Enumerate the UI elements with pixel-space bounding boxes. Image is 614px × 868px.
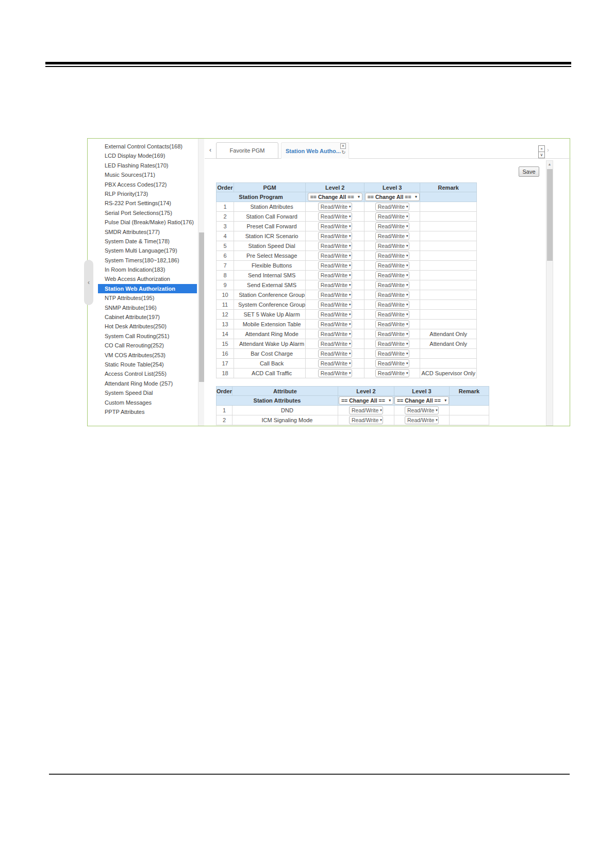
sidebar-item[interactable]: Music Sources(171) bbox=[98, 170, 197, 179]
level2-dropdown[interactable]: Read/Write▾ bbox=[318, 320, 352, 328]
level3-dropdown[interactable]: Read/Write▾ bbox=[375, 222, 409, 230]
sidebar-item[interactable]: LCD Display Mode(169) bbox=[98, 151, 197, 160]
admin-web-panel: External Control Contacts(168)LCD Displa… bbox=[87, 138, 570, 426]
close-tab-icon[interactable]: × bbox=[340, 143, 346, 149]
dropdown-arrow-icon: ▾ bbox=[380, 408, 382, 412]
sidebar-scrollbar-thumb[interactable] bbox=[199, 232, 204, 382]
level2-dropdown[interactable]: Read/Write▾ bbox=[318, 212, 352, 221]
sidebar-item[interactable]: System Speed Dial bbox=[98, 388, 197, 397]
change-all-level3-dropdown[interactable]: == Change All ==▾ bbox=[365, 193, 420, 201]
sidebar-item[interactable]: In Room Indication(183) bbox=[98, 265, 197, 274]
sidebar-item[interactable]: Pulse Dial (Break/Make) Ratio(176) bbox=[98, 218, 197, 227]
level3-dropdown[interactable]: Read/Write▾ bbox=[375, 340, 409, 348]
top-rule bbox=[45, 62, 571, 64]
level3-dropdown[interactable]: Read/Write▾ bbox=[375, 301, 409, 309]
sidebar-item[interactable]: Web Access Authorization bbox=[98, 274, 197, 283]
sidebar-item[interactable]: PBX Access Codes(172) bbox=[98, 180, 197, 189]
level3-dropdown[interactable]: Read/Write▾ bbox=[375, 242, 409, 250]
column-header: Level 2 bbox=[338, 387, 394, 396]
level2-dropdown[interactable]: Read/Write▾ bbox=[318, 252, 352, 260]
table-row: 1Station AttributesRead/Write▾Read/Write… bbox=[217, 202, 477, 212]
level3-dropdown[interactable]: Read/Write▾ bbox=[375, 261, 409, 270]
sidebar-collapse-handle[interactable]: ‹ bbox=[84, 260, 93, 305]
sidebar-item[interactable]: RS-232 Port Settings(174) bbox=[98, 198, 197, 208]
level3-dropdown[interactable]: Read/Write▾ bbox=[375, 212, 409, 221]
level3-dropdown[interactable]: Read/Write▾ bbox=[375, 203, 409, 211]
sidebar-item[interactable]: External Control Contacts(168) bbox=[98, 142, 197, 151]
sidebar-item[interactable]: PPTP Attributes bbox=[98, 407, 197, 416]
level3-dropdown[interactable]: Read/Write▾ bbox=[375, 291, 409, 299]
sidebar-item[interactable]: SNMP Attribute(196) bbox=[98, 303, 197, 312]
level3-dropdown[interactable]: Read/Write▾ bbox=[375, 271, 409, 279]
sidebar-item[interactable]: Attendant Ring Mode (257) bbox=[98, 379, 197, 388]
sidebar-item[interactable]: System Multi Language(179) bbox=[98, 246, 197, 255]
sidebar-item[interactable]: Access Control List(255) bbox=[98, 369, 197, 378]
level3-dropdown[interactable]: Read/Write▾ bbox=[375, 232, 409, 240]
level2-dropdown[interactable]: Read/Write▾ bbox=[318, 349, 352, 358]
sidebar-item[interactable]: System Call Routing(251) bbox=[98, 331, 197, 341]
level3-dropdown[interactable]: Read/Write▾ bbox=[405, 406, 439, 414]
remark-cell bbox=[420, 251, 477, 261]
sidebar-item[interactable]: VM COS Attributes(253) bbox=[98, 350, 197, 360]
level2-dropdown[interactable]: Read/Write▾ bbox=[349, 416, 383, 424]
level3-dropdown[interactable]: Read/Write▾ bbox=[375, 330, 409, 338]
panel-collapse-icon[interactable]: ∨ bbox=[538, 152, 545, 158]
remark-cell bbox=[420, 310, 477, 320]
remark-cell bbox=[420, 349, 477, 359]
level2-dropdown[interactable]: Read/Write▾ bbox=[318, 369, 352, 377]
level2-dropdown[interactable]: Read/Write▾ bbox=[318, 261, 352, 270]
level2-dropdown[interactable]: Read/Write▾ bbox=[318, 271, 352, 279]
level2-dropdown[interactable]: Read/Write▾ bbox=[318, 330, 352, 338]
tab-favorite-pgm[interactable]: Favorite PGM bbox=[216, 142, 278, 159]
sidebar-item[interactable]: System Date & Time(178) bbox=[98, 237, 197, 246]
scroll-up-icon[interactable]: ▲ bbox=[546, 161, 553, 168]
sidebar-item[interactable]: CO Call Rerouting(252) bbox=[98, 341, 197, 350]
level3-dropdown[interactable]: Read/Write▾ bbox=[375, 281, 409, 289]
level3-dropdown[interactable]: Read/Write▾ bbox=[375, 349, 409, 358]
sidebar-item[interactable]: Custom Messages bbox=[98, 398, 197, 407]
level2-dropdown[interactable]: Read/Write▾ bbox=[318, 242, 352, 250]
refresh-icon[interactable]: ↻ bbox=[340, 149, 347, 156]
tab-scroll-right-icon[interactable]: › bbox=[547, 147, 549, 153]
level2-dropdown[interactable]: Read/Write▾ bbox=[318, 281, 352, 289]
level3-dropdown[interactable]: Read/Write▾ bbox=[375, 310, 409, 319]
sidebar-item[interactable]: Station Web Authorization bbox=[98, 284, 197, 293]
level3-dropdown[interactable]: Read/Write▾ bbox=[405, 416, 439, 424]
level3-dropdown[interactable]: Read/Write▾ bbox=[375, 369, 409, 377]
sidebar-item[interactable]: Static Route Table(254) bbox=[98, 360, 197, 369]
chevron-left-icon: ‹ bbox=[88, 279, 90, 286]
sidebar-item[interactable]: RLP Priority(173) bbox=[98, 189, 197, 198]
sidebar-item[interactable]: Serial Port Selections(175) bbox=[98, 208, 197, 218]
level3-dropdown[interactable]: Read/Write▾ bbox=[375, 320, 409, 328]
level2-dropdown[interactable]: Read/Write▾ bbox=[318, 301, 352, 309]
change-all-level2-dropdown[interactable]: == Change All ==▾ bbox=[308, 193, 362, 201]
tab-scroll-left-icon[interactable]: ‹ bbox=[209, 147, 211, 153]
level2-dropdown[interactable]: Read/Write▾ bbox=[318, 222, 352, 230]
dropdown-arrow-icon: ▾ bbox=[406, 342, 408, 346]
sidebar: External Control Contacts(168)LCD Displa… bbox=[88, 139, 204, 426]
change-all-level3-dropdown[interactable]: == Change All ==▾ bbox=[394, 396, 449, 405]
sidebar-item[interactable]: SMDR Attributes(177) bbox=[98, 227, 197, 237]
dropdown-arrow-icon: ▾ bbox=[349, 361, 351, 365]
level2-dropdown[interactable]: Read/Write▾ bbox=[318, 340, 352, 348]
sidebar-item[interactable]: System Timers(180~182,186) bbox=[98, 256, 197, 265]
sidebar-scrollbar[interactable] bbox=[198, 139, 204, 426]
sidebar-item[interactable]: NTP Attributes(195) bbox=[98, 293, 197, 303]
content-scrollbar-thumb[interactable] bbox=[547, 169, 553, 261]
dropdown-arrow-icon: ▾ bbox=[349, 312, 351, 316]
level2-dropdown[interactable]: Read/Write▾ bbox=[318, 232, 352, 240]
level3-dropdown[interactable]: Read/Write▾ bbox=[375, 252, 409, 260]
level2-dropdown[interactable]: Read/Write▾ bbox=[318, 291, 352, 299]
save-button[interactable]: Save bbox=[519, 166, 539, 177]
tab-station-web-authorization[interactable]: Station Web Autho... × ↻ bbox=[281, 142, 349, 159]
sidebar-item[interactable]: Cabinet Attribute(197) bbox=[98, 312, 197, 322]
content-scrollbar[interactable]: ▲ bbox=[546, 160, 553, 426]
level2-dropdown[interactable]: Read/Write▾ bbox=[318, 203, 352, 211]
level3-dropdown[interactable]: Read/Write▾ bbox=[375, 359, 409, 368]
level2-dropdown[interactable]: Read/Write▾ bbox=[318, 310, 352, 319]
sidebar-item[interactable]: LED Flashing Rates(170) bbox=[98, 161, 197, 170]
level2-dropdown[interactable]: Read/Write▾ bbox=[349, 406, 383, 414]
sidebar-item[interactable]: Hot Desk Attributes(250) bbox=[98, 322, 197, 331]
change-all-level2-dropdown[interactable]: == Change All ==▾ bbox=[339, 396, 393, 405]
level2-dropdown[interactable]: Read/Write▾ bbox=[318, 359, 352, 368]
